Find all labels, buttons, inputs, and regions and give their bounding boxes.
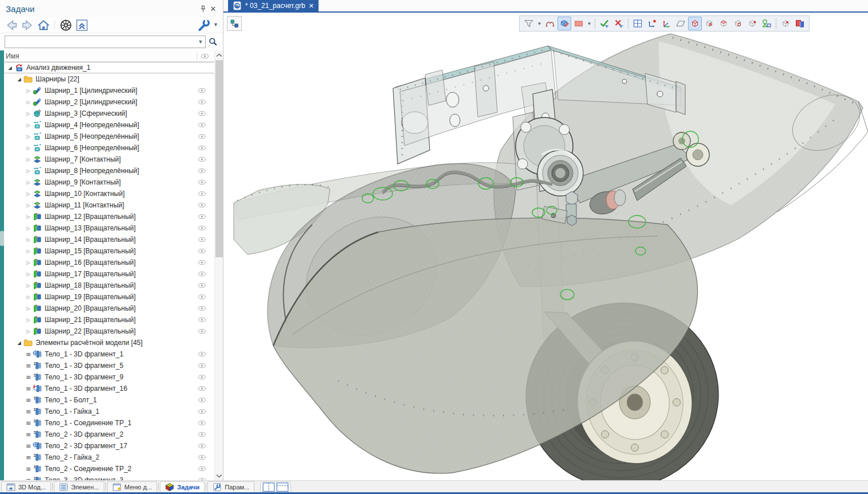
tree-row[interactable]: ≡Тело_1 - 3D фрагмент_1: [0, 348, 215, 360]
close-document-icon[interactable]: ✕: [309, 2, 314, 10]
tree-row[interactable]: ▷Шарнир_17 [Вращательный]: [0, 268, 215, 280]
top-face-mode-button[interactable]: [717, 17, 730, 30]
row-menu-icon[interactable]: ≡: [24, 431, 33, 438]
visibility-eye-icon[interactable]: [198, 202, 206, 208]
tree-row[interactable]: ▷Шарнир_3 [Сферический]: [0, 108, 215, 119]
face-circle-mode-button[interactable]: [731, 17, 745, 30]
expander-icon[interactable]: ▷: [24, 168, 33, 174]
visibility-eye-icon[interactable]: [198, 374, 206, 380]
expander-icon[interactable]: ▷: [24, 272, 33, 277]
tree-row[interactable]: ≡Тело_2 - 3D фрагмент_17: [0, 440, 215, 452]
collapsed-panel-strip[interactable]: [0, 50, 4, 480]
expander-icon[interactable]: ▷: [24, 191, 33, 197]
visibility-eye-icon[interactable]: [198, 328, 206, 334]
visibility-eye-icon[interactable]: [198, 134, 206, 139]
tree-row[interactable]: ▷Шарнир_1 [Цилиндрический]: [0, 85, 215, 96]
expander-icon[interactable]: ▷: [24, 317, 33, 323]
row-menu-icon[interactable]: ≡: [24, 351, 33, 358]
tree-row[interactable]: ▷Шарнир_7 [Контактный]: [0, 154, 215, 165]
tree-row[interactable]: ▷Шарнир_4 [Неопределённый]: [0, 119, 215, 131]
visibility-eye-icon[interactable]: [198, 443, 206, 449]
visibility-eye-icon[interactable]: [198, 122, 206, 128]
expander-icon[interactable]: ▷: [24, 226, 33, 231]
row-menu-icon[interactable]: ≡: [24, 419, 33, 427]
visibility-eye-icon[interactable]: [198, 409, 206, 414]
split-horizontal-icon[interactable]: [276, 482, 289, 492]
materials-button[interactable]: [793, 17, 807, 30]
viewport-layout-button[interactable]: [631, 17, 645, 30]
wireframe-mode-button[interactable]: [688, 17, 702, 30]
tree-row[interactable]: ▷Шарнир_2 [Цилиндрический]: [0, 96, 215, 108]
tree-row[interactable]: ≡Тело_1 - 3D фрагмент_5: [0, 360, 215, 371]
visibility-eye-icon[interactable]: [198, 363, 206, 368]
row-menu-icon[interactable]: ≡: [24, 374, 33, 381]
workplane-button[interactable]: [674, 17, 688, 30]
highlight-color-button[interactable]: [572, 17, 586, 30]
filter-combobox[interactable]: ▼: [5, 36, 206, 48]
scroll-up-icon[interactable]: [215, 50, 223, 60]
visibility-eye-icon[interactable]: [198, 454, 206, 460]
visibility-column-eye-icon[interactable]: [201, 53, 209, 59]
sketch-shapes-mode-button[interactable]: [760, 17, 773, 30]
search-icon[interactable]: [208, 37, 218, 47]
visibility-eye-icon[interactable]: [198, 397, 206, 403]
expander-icon[interactable]: ▷: [24, 260, 33, 265]
visibility-eye-icon[interactable]: [198, 156, 206, 162]
tree-row[interactable]: ◢Шарниры [22]: [0, 73, 215, 85]
row-menu-icon[interactable]: ≡: [24, 454, 33, 461]
forward-button[interactable]: [21, 19, 34, 32]
window-tab-4[interactable]: Задачи: [160, 481, 205, 492]
back-button[interactable]: [5, 19, 18, 32]
window-tab-2[interactable]: Элемен...: [54, 481, 104, 492]
visibility-eye-icon[interactable]: [198, 420, 206, 426]
chevron-down-icon[interactable]: ▼: [586, 17, 592, 30]
selection-filter-button[interactable]: [522, 17, 536, 30]
visibility-eye-icon[interactable]: [198, 225, 206, 231]
select-through-button[interactable]: [543, 17, 557, 30]
tree-row[interactable]: ≡Тело_1 - Соединение ТР_1: [0, 417, 215, 429]
visibility-eye-icon[interactable]: [198, 88, 206, 93]
tree-row[interactable]: ▷Шарнир_5 [Неопределённый]: [0, 131, 215, 142]
window-tab-1[interactable]: 3D Мод...: [1, 481, 51, 492]
visibility-eye-icon[interactable]: [198, 168, 206, 174]
tree-row[interactable]: ▷Шарнир_21 [Вращательный]: [0, 314, 215, 326]
tree-row[interactable]: ▷Шарнир_15 [Вращательный]: [0, 245, 215, 257]
hidden-face-mode-button[interactable]: [702, 17, 716, 30]
section-corner-button[interactable]: [779, 17, 792, 30]
visibility-eye-icon[interactable]: [198, 111, 206, 116]
chevron-down-icon[interactable]: ▼: [536, 17, 543, 30]
filter-input[interactable]: [5, 37, 196, 47]
expander-icon[interactable]: ▷: [24, 100, 33, 105]
tree-row[interactable]: ≡Тело_1 - Гайка_1: [0, 406, 215, 417]
chevron-down-icon[interactable]: ▼: [196, 40, 205, 45]
model-structure-button[interactable]: [227, 16, 242, 31]
expander-icon[interactable]: ▷: [24, 123, 33, 128]
collapse-all-button[interactable]: [75, 19, 89, 32]
visibility-eye-icon[interactable]: [198, 99, 206, 105]
home-button[interactable]: [37, 19, 50, 32]
window-tab-5[interactable]: Парам...: [207, 481, 254, 492]
tree-row[interactable]: ▷Шарнир_16 [Вращательный]: [0, 257, 215, 268]
tree-row[interactable]: ≡Тело_1 - 3D фрагмент_16: [0, 383, 215, 394]
3d-viewport[interactable]: [223, 14, 868, 480]
expander-icon[interactable]: ▷: [24, 203, 33, 208]
visibility-eye-icon[interactable]: [198, 466, 206, 472]
3d-canvas-area[interactable]: ▼▼: [223, 14, 868, 480]
scroll-down-icon[interactable]: [215, 471, 223, 480]
row-menu-icon[interactable]: ≡: [24, 465, 33, 473]
tree-row[interactable]: ≡Тело_1 - Болт_1: [0, 394, 215, 406]
visibility-eye-icon[interactable]: [198, 386, 206, 391]
visibility-eye-icon[interactable]: [198, 248, 206, 254]
tree-row[interactable]: ▷Шарнир_10 [Контактный]: [0, 188, 215, 199]
edit-3d-element-button[interactable]: [557, 17, 571, 30]
visibility-eye-icon[interactable]: [198, 191, 206, 197]
row-menu-icon[interactable]: ≡: [24, 408, 33, 415]
visibility-eye-icon[interactable]: [198, 294, 206, 300]
visibility-eye-icon[interactable]: [198, 145, 206, 151]
scrollbar-thumb[interactable]: [215, 60, 223, 257]
chevron-down-icon[interactable]: ▼: [213, 22, 218, 28]
tree-row[interactable]: ▷Шарнир_13 [Вращательный]: [0, 222, 215, 234]
tree-row[interactable]: ▷Шарнир_11 [Контактный]: [0, 199, 215, 211]
tree-row[interactable]: ▷Шарнир_19 [Вращательный]: [0, 291, 215, 303]
tree-row[interactable]: ▷Шарнир_18 [Вращательный]: [0, 280, 215, 291]
